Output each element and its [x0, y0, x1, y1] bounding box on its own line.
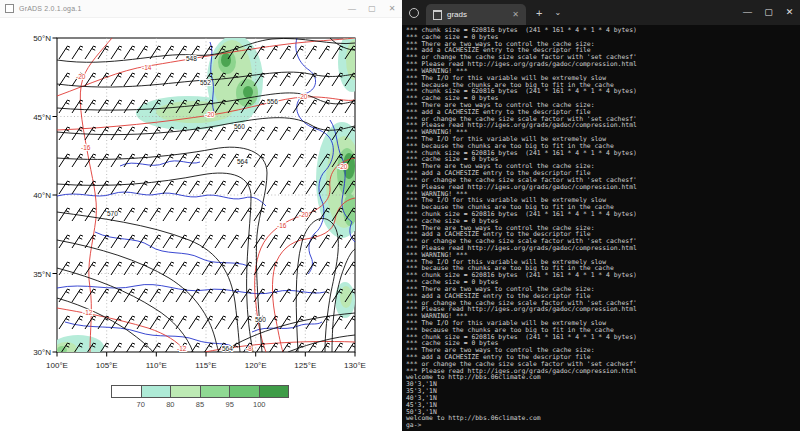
y-axis-label: 45°N — [33, 113, 51, 122]
terminal-maximize-button[interactable]: ▢ — [758, 0, 779, 25]
temp-label: -14 — [142, 64, 152, 71]
height-label: 548 — [186, 55, 197, 62]
temp-label: -20 — [298, 93, 308, 100]
height-label: 552 — [200, 79, 211, 86]
y-axis-label: 50°N — [33, 34, 51, 43]
temp-label: -12 — [83, 309, 93, 316]
colorbar-segment — [200, 386, 230, 397]
colorbar-value: 85 — [188, 400, 212, 409]
terminal-close-button[interactable]: ✕ — [779, 0, 800, 25]
y-axis-label: 30°N — [33, 348, 51, 357]
terminal-output[interactable]: *** chunk size = 620816 bytes (241 * 161… — [402, 25, 800, 429]
colorbar — [111, 385, 289, 398]
y-axis-label: 40°N — [33, 191, 51, 200]
temp-label: -20 — [338, 163, 348, 170]
grads-close-button[interactable]: ✕ — [382, 0, 402, 17]
colorbar-labels: 70 80 85 95 100 — [111, 400, 289, 410]
colorbar-segment — [112, 386, 141, 397]
grads-window: GrADS 2.0.1.oga.1 — ▢ ✕ — [0, 0, 402, 431]
terminal-window-controls: — ▢ ✕ — [737, 0, 800, 25]
x-axis-label: 115°E — [195, 361, 216, 370]
colorbar-value: 95 — [218, 400, 242, 409]
x-axis-label: 110°E — [146, 361, 167, 370]
colorbar-value: 70 — [129, 400, 153, 409]
terminal-tab-grads[interactable]: grads ✕ — [426, 4, 526, 25]
height-label: 564 — [237, 158, 248, 165]
height-label: 560 — [234, 123, 245, 130]
grads-window-title: GrADS 2.0.1.oga.1 — [19, 5, 82, 12]
terminal-app-icon — [409, 8, 419, 18]
temp-label: -12 — [177, 345, 187, 352]
x-axis-label: 105°E — [96, 361, 118, 370]
height-label: 564 — [222, 345, 233, 352]
colorbar-value: 80 — [158, 400, 182, 409]
y-axis-labels: 50°N 45°N 40°N 35°N 30°N — [33, 34, 51, 357]
new-tab-button[interactable]: + — [536, 7, 542, 19]
terminal-tab-title: grads — [447, 10, 467, 19]
colorbar-value: 100 — [247, 400, 271, 409]
temp-label: -20 — [76, 73, 86, 80]
y-axis-label: 35°N — [33, 270, 51, 279]
colorbar-segment — [141, 386, 171, 397]
height-label: 570 — [107, 210, 118, 217]
colorbar-segment — [170, 386, 200, 397]
tab-dropdown-icon[interactable]: ⌄ — [554, 8, 561, 17]
colorbar-segment — [229, 386, 259, 397]
grads-tab-icon — [433, 10, 442, 20]
grads-titlebar: GrADS 2.0.1.oga.1 — ▢ ✕ — [0, 0, 402, 18]
x-axis-label: 130°E — [344, 361, 366, 370]
grads-map-canvas: 548 552 556 560 564 570 560 564 -14 -20 … — [0, 0, 402, 431]
weather-map: 548 552 556 560 564 570 560 564 -14 -20 … — [0, 0, 402, 431]
tab-close-icon[interactable]: ✕ — [512, 10, 519, 19]
x-axis-label: 120°E — [245, 361, 267, 370]
x-axis-label: 100°E — [46, 361, 68, 370]
temp-label: -16 — [277, 222, 287, 229]
x-axis-labels: 100°E 105°E 110°E 115°E 120°E 125°E 130°… — [46, 361, 366, 370]
height-label: 556 — [267, 98, 278, 105]
temp-label: -20 — [299, 211, 309, 218]
colorbar-segment — [259, 386, 289, 397]
terminal-titlebar: grads ✕ + ⌄ — ▢ ✕ — [402, 0, 800, 25]
temp-label: -16 — [81, 144, 91, 151]
height-label: 560 — [255, 316, 266, 323]
grads-minimize-button[interactable]: — — [342, 0, 362, 17]
terminal-window: grads ✕ + ⌄ — ▢ ✕ *** chunk size = 62081… — [402, 0, 800, 431]
temp-label: -20 — [205, 111, 215, 118]
grads-maximize-button[interactable]: ▢ — [362, 0, 382, 17]
temp-label: -8 — [246, 345, 252, 352]
x-axis-label: 125°E — [294, 361, 316, 370]
grads-window-controls: — ▢ ✕ — [342, 0, 402, 17]
screen: GrADS 2.0.1.oga.1 — ▢ ✕ — [0, 0, 800, 431]
terminal-minimize-button[interactable]: — — [737, 0, 758, 25]
grads-app-icon — [5, 4, 14, 13]
